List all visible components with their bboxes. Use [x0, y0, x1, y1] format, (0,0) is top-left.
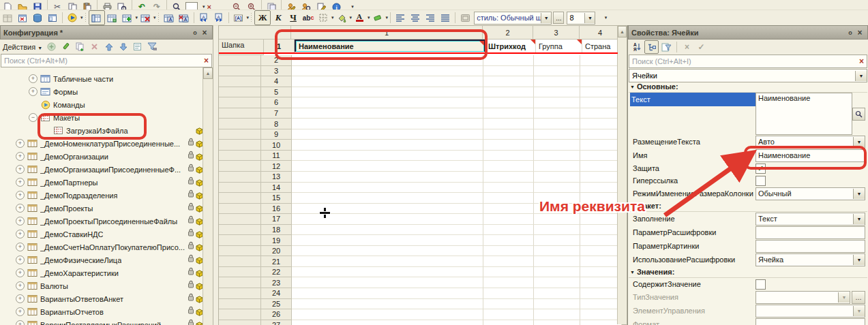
value-input[interactable] [755, 240, 865, 253]
tool-text-case-icon[interactable]: abc [301, 11, 316, 25]
cell-r26c2[interactable] [483, 309, 534, 320]
row-header-6[interactable]: 6 [261, 97, 292, 108]
cell-r11c4[interactable] [580, 151, 622, 161]
cell-r14c2[interactable] [483, 183, 534, 194]
cell-r15c3[interactable] [534, 193, 580, 204]
sort-list-icon[interactable] [132, 42, 143, 52]
cell-r25c3[interactable] [534, 299, 580, 310]
cell-r3c2[interactable] [483, 66, 534, 77]
more-fonts-button[interactable]: ... [553, 12, 564, 24]
cell-r12c2[interactable] [483, 161, 534, 172]
row-header-2[interactable]: 2 [261, 55, 292, 66]
tool-print-icon[interactable] [100, 0, 115, 10]
expand-icon[interactable]: + [16, 165, 25, 174]
cell-r16c4[interactable] [580, 204, 622, 215]
tool-form-table-icon[interactable] [45, 11, 60, 25]
cell-r6c3[interactable] [534, 97, 580, 108]
value-input[interactable] [755, 226, 865, 239]
row-header-12[interactable]: 12 [261, 161, 292, 172]
tree-item[interactable]: +_ДемоПартнеры [0, 176, 203, 189]
cell-r13c4[interactable] [580, 172, 622, 183]
cell-r20c1[interactable] [292, 246, 483, 257]
tool-user-edit-icon[interactable] [284, 0, 299, 10]
cell-r17c3[interactable] [534, 214, 580, 225]
tool-overflow-icon[interactable]: ▾ [344, 0, 359, 10]
format-italic-button[interactable]: К [271, 11, 286, 25]
cell-r21c4[interactable] [580, 256, 622, 267]
checkbox[interactable] [755, 176, 766, 186]
tool-user-search-icon[interactable] [299, 0, 314, 10]
section-gutter[interactable] [219, 66, 261, 77]
cell-r3c1[interactable] [292, 66, 483, 77]
tool-table-name-del-icon[interactable]: A [177, 11, 192, 25]
cell-r19c1[interactable] [292, 235, 483, 246]
tree-item[interactable]: +ВерсииПоставляемыхРасширений [0, 318, 203, 325]
row-header-19[interactable]: 19 [261, 235, 292, 246]
tree-item[interactable]: +_ДемоПроекты [0, 202, 203, 215]
font-size-combobox[interactable]: 8▼ [567, 12, 595, 25]
chevron-down-icon[interactable]: ▾ [153, 15, 156, 20]
cell-r25c4[interactable] [580, 299, 622, 310]
section-gutter[interactable] [219, 267, 261, 278]
header-cell-3[interactable]: Группа [536, 40, 582, 53]
column-header-1[interactable]: 1 [291, 26, 483, 40]
cell-r5c1[interactable] [292, 87, 483, 98]
cell-r13c3[interactable] [534, 172, 580, 183]
font-style-combobox[interactable]: стиль: Обычный шр▼ [474, 12, 552, 25]
tool-table-del-icon[interactable] [138, 11, 153, 25]
row-header-11[interactable]: 11 [261, 151, 292, 161]
section-gutter[interactable] [219, 288, 261, 299]
cell-r10c3[interactable] [534, 140, 580, 151]
tool-undo-icon[interactable]: ↶ [134, 0, 149, 10]
cell-r9c2[interactable] [483, 129, 534, 140]
cell-r11c3[interactable] [534, 151, 580, 161]
cell-r4c3[interactable] [534, 76, 580, 87]
section-gutter[interactable] [219, 225, 261, 236]
value-combobox[interactable]: ▼ [755, 291, 850, 304]
tool-paste-icon[interactable] [80, 0, 95, 10]
group-by-category-icon[interactable] [644, 40, 659, 54]
section-gutter[interactable] [219, 129, 261, 140]
tool-clear-x-icon[interactable] [214, 0, 229, 10]
cell-r3c4[interactable] [580, 66, 622, 77]
cell-r7c4[interactable] [580, 108, 622, 119]
expand-icon[interactable]: + [16, 281, 25, 290]
tree-item[interactable]: +ВариантыОтчетов [0, 305, 203, 318]
tool-align-center-icon[interactable] [408, 11, 423, 25]
properties-search-input[interactable]: Поиск (Ctrl+Alt+I) × [629, 55, 867, 68]
tool-table-grid-icon[interactable] [105, 11, 120, 25]
cell-r15c2[interactable] [483, 193, 534, 204]
checkbox-checked[interactable]: ✓ [755, 164, 766, 174]
cell-r19c3[interactable] [534, 235, 580, 246]
section-gutter[interactable] [219, 87, 261, 98]
expand-icon[interactable]: + [16, 139, 25, 148]
section-header[interactable]: ▼Основные: [629, 81, 867, 93]
tool-table-add-icon[interactable] [120, 11, 135, 25]
expand-icon[interactable]: + [16, 178, 25, 187]
cell-r20c3[interactable] [534, 246, 580, 257]
cell-r8c2[interactable] [483, 119, 534, 129]
chevron-down-icon[interactable]: ▼ [853, 306, 865, 316]
cell-r23c3[interactable] [534, 277, 580, 288]
chevron-down-icon[interactable]: ▾ [80, 15, 83, 20]
cell-r21c1[interactable] [292, 256, 483, 267]
cell-r22c1[interactable] [292, 267, 483, 278]
row-header-14[interactable]: 14 [261, 183, 292, 194]
cell-r8c4[interactable] [580, 119, 622, 129]
row-header-3[interactable]: 3 [261, 66, 292, 77]
tool-fontcolor-icon[interactable]: А [352, 11, 367, 25]
cell-r2c2[interactable] [483, 55, 534, 66]
actions-menu[interactable]: Действия ▼ [3, 43, 42, 51]
cell-r24c4[interactable] [580, 288, 622, 299]
filter-icon[interactable] [147, 42, 157, 52]
tree-item[interactable]: +_ДемоОрганизации [0, 150, 203, 163]
cell-r12c1[interactable] [292, 161, 483, 172]
tree-item[interactable]: +Валюты [0, 279, 203, 292]
tree-item[interactable]: +_ДемоОрганизацииПрисоединенныеФ... [0, 163, 203, 176]
expand-icon[interactable]: + [16, 204, 25, 213]
delete-icon[interactable] [89, 42, 100, 52]
row-header-16[interactable]: 16 [261, 204, 292, 215]
cell-r21c2[interactable] [483, 256, 534, 267]
tree-item[interactable]: +_ДемоСчетНаОплатуПокупателюПрисо... [0, 241, 203, 253]
cell-r26c4[interactable] [580, 309, 622, 320]
